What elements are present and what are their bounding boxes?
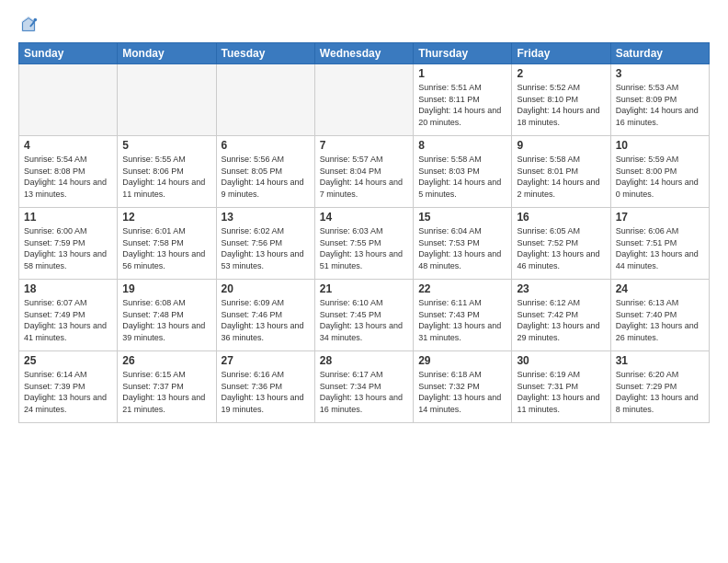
day-number: 13 [222,211,310,224]
day-info: Sunrise: 6:04 AMSunset: 7:53 PMDaylight:… [418,225,506,271]
day-cell: 14Sunrise: 6:03 AMSunset: 7:55 PMDayligh… [314,208,413,280]
day-number: 10 [616,139,704,152]
day-cell: 24Sunrise: 6:13 AMSunset: 7:40 PMDayligh… [610,280,709,351]
day-info: Sunrise: 5:58 AMSunset: 8:01 PMDaylight:… [517,154,605,200]
day-cell: 13Sunrise: 6:02 AMSunset: 7:56 PMDayligh… [216,208,314,280]
day-number: 7 [320,139,408,152]
day-info: Sunrise: 6:08 AMSunset: 7:48 PMDaylight:… [122,297,210,343]
day-number: 30 [517,354,605,367]
page: SundayMondayTuesdayWednesdayThursdayFrid… [0,0,728,563]
weekday-header-sunday: Sunday [19,43,118,64]
day-cell: 3Sunrise: 5:53 AMSunset: 8:09 PMDaylight… [610,64,709,136]
day-info: Sunrise: 5:59 AMSunset: 8:00 PMDaylight:… [616,154,704,200]
day-number: 20 [222,282,310,295]
day-number: 3 [616,67,704,80]
week-row-4: 18Sunrise: 6:07 AMSunset: 7:49 PMDayligh… [19,280,710,351]
day-number: 14 [320,211,408,224]
day-number: 26 [122,354,210,367]
day-cell: 7Sunrise: 5:57 AMSunset: 8:04 PMDaylight… [314,136,413,208]
day-number: 15 [418,211,506,224]
day-info: Sunrise: 6:03 AMSunset: 7:55 PMDaylight:… [320,225,408,271]
day-cell: 20Sunrise: 6:09 AMSunset: 7:46 PMDayligh… [216,280,314,351]
day-cell: 23Sunrise: 6:12 AMSunset: 7:42 PMDayligh… [512,280,610,351]
day-cell: 8Sunrise: 5:58 AMSunset: 8:03 PMDaylight… [414,136,512,208]
day-info: Sunrise: 6:05 AMSunset: 7:52 PMDaylight:… [517,225,605,271]
day-cell: 4Sunrise: 5:54 AMSunset: 8:08 PMDaylight… [19,136,118,208]
day-cell: 22Sunrise: 6:11 AMSunset: 7:43 PMDayligh… [414,280,512,351]
day-cell: 12Sunrise: 6:01 AMSunset: 7:58 PMDayligh… [118,208,216,280]
day-number: 23 [517,282,605,295]
day-cell: 16Sunrise: 6:05 AMSunset: 7:52 PMDayligh… [512,208,610,280]
day-cell: 29Sunrise: 6:18 AMSunset: 7:32 PMDayligh… [414,351,512,423]
day-number: 19 [122,282,210,295]
day-info: Sunrise: 5:55 AMSunset: 8:06 PMDaylight:… [122,154,210,200]
day-info: Sunrise: 5:53 AMSunset: 8:09 PMDaylight:… [616,82,704,128]
weekday-header-friday: Friday [512,43,610,64]
day-cell: 27Sunrise: 6:16 AMSunset: 7:36 PMDayligh… [216,351,314,423]
day-info: Sunrise: 6:10 AMSunset: 7:45 PMDaylight:… [320,297,408,343]
day-cell: 9Sunrise: 5:58 AMSunset: 8:01 PMDaylight… [512,136,610,208]
day-info: Sunrise: 5:57 AMSunset: 8:04 PMDaylight:… [320,154,408,200]
day-info: Sunrise: 6:02 AMSunset: 7:56 PMDaylight:… [222,225,310,271]
day-number: 4 [24,139,112,152]
weekday-header-saturday: Saturday [610,43,709,64]
day-info: Sunrise: 6:09 AMSunset: 7:46 PMDaylight:… [222,297,310,343]
day-number: 27 [222,354,310,367]
day-cell: 30Sunrise: 6:19 AMSunset: 7:31 PMDayligh… [512,351,610,423]
weekday-header-thursday: Thursday [414,43,512,64]
day-info: Sunrise: 6:11 AMSunset: 7:43 PMDaylight:… [418,297,506,343]
day-number: 28 [320,354,408,367]
week-row-5: 25Sunrise: 6:14 AMSunset: 7:39 PMDayligh… [19,351,710,423]
day-number: 31 [616,354,704,367]
day-info: Sunrise: 6:12 AMSunset: 7:42 PMDaylight:… [517,297,605,343]
day-number: 22 [418,282,506,295]
day-number: 18 [24,282,112,295]
day-number: 16 [517,211,605,224]
day-info: Sunrise: 6:18 AMSunset: 7:32 PMDaylight:… [418,369,506,415]
day-cell: 6Sunrise: 5:56 AMSunset: 8:05 PMDaylight… [216,136,314,208]
day-number: 25 [24,354,112,367]
day-cell: 31Sunrise: 6:20 AMSunset: 7:29 PMDayligh… [610,351,709,423]
day-number: 2 [517,67,605,80]
day-info: Sunrise: 6:15 AMSunset: 7:37 PMDaylight:… [122,369,210,415]
day-info: Sunrise: 6:14 AMSunset: 7:39 PMDaylight:… [24,369,112,415]
day-cell [314,64,413,136]
day-info: Sunrise: 6:00 AMSunset: 7:59 PMDaylight:… [24,225,112,271]
day-cell: 17Sunrise: 6:06 AMSunset: 7:51 PMDayligh… [610,208,709,280]
day-info: Sunrise: 6:20 AMSunset: 7:29 PMDaylight:… [616,369,704,415]
day-info: Sunrise: 5:58 AMSunset: 8:03 PMDaylight:… [418,154,506,200]
svg-point-0 [34,18,38,22]
day-number: 5 [122,139,210,152]
day-info: Sunrise: 6:06 AMSunset: 7:51 PMDaylight:… [616,225,704,271]
day-number: 12 [122,211,210,224]
day-cell [19,64,118,136]
day-cell [216,64,314,136]
day-cell [118,64,216,136]
day-info: Sunrise: 6:19 AMSunset: 7:31 PMDaylight:… [517,369,605,415]
day-info: Sunrise: 6:07 AMSunset: 7:49 PMDaylight:… [24,297,112,343]
day-cell: 1Sunrise: 5:51 AMSunset: 8:11 PMDaylight… [414,64,512,136]
day-info: Sunrise: 5:56 AMSunset: 8:05 PMDaylight:… [222,154,310,200]
week-row-3: 11Sunrise: 6:00 AMSunset: 7:59 PMDayligh… [19,208,710,280]
day-info: Sunrise: 5:54 AMSunset: 8:08 PMDaylight:… [24,154,112,200]
day-cell: 25Sunrise: 6:14 AMSunset: 7:39 PMDayligh… [19,351,118,423]
weekday-header-tuesday: Tuesday [216,43,314,64]
logo-icon [18,15,39,35]
day-number: 11 [24,211,112,224]
day-cell: 19Sunrise: 6:08 AMSunset: 7:48 PMDayligh… [118,280,216,351]
day-cell: 18Sunrise: 6:07 AMSunset: 7:49 PMDayligh… [19,280,118,351]
day-info: Sunrise: 6:16 AMSunset: 7:36 PMDaylight:… [222,369,310,415]
logo [18,15,42,35]
day-number: 21 [320,282,408,295]
day-number: 29 [418,354,506,367]
calendar: SundayMondayTuesdayWednesdayThursdayFrid… [18,42,710,423]
day-cell: 10Sunrise: 5:59 AMSunset: 8:00 PMDayligh… [610,136,709,208]
day-number: 9 [517,139,605,152]
day-info: Sunrise: 5:51 AMSunset: 8:11 PMDaylight:… [418,82,506,128]
day-info: Sunrise: 6:17 AMSunset: 7:34 PMDaylight:… [320,369,408,415]
day-cell: 5Sunrise: 5:55 AMSunset: 8:06 PMDaylight… [118,136,216,208]
day-info: Sunrise: 5:52 AMSunset: 8:10 PMDaylight:… [517,82,605,128]
day-cell: 2Sunrise: 5:52 AMSunset: 8:10 PMDaylight… [512,64,610,136]
week-row-2: 4Sunrise: 5:54 AMSunset: 8:08 PMDaylight… [19,136,710,208]
day-number: 6 [222,139,310,152]
